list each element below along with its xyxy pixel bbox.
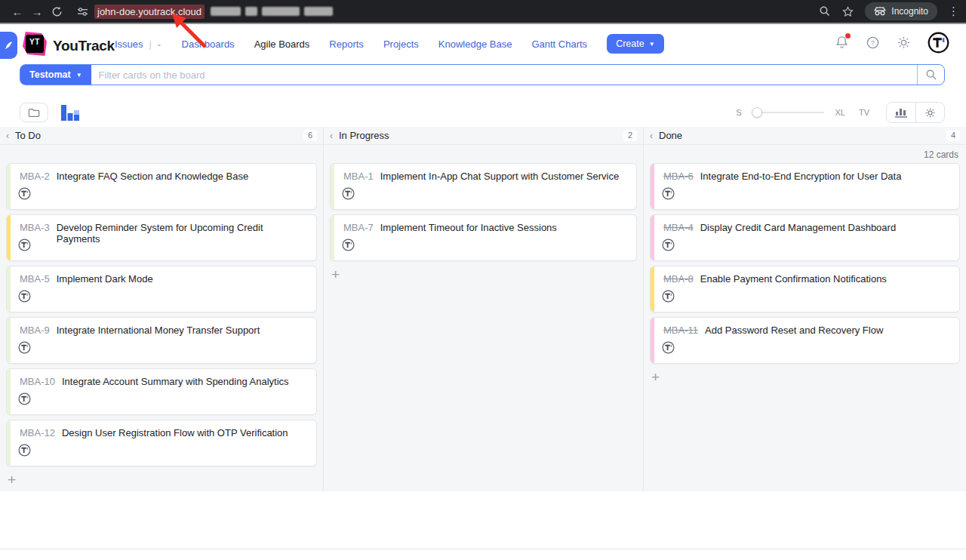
nav-item-issues[interactable]: Issues|⌄	[115, 38, 162, 50]
product-name[interactable]: YouTrack	[53, 38, 115, 54]
issue-id[interactable]: MBA-6	[663, 171, 694, 182]
nav-item-label: Projects	[383, 38, 419, 50]
card-assignee-avatar[interactable]	[662, 341, 675, 357]
notification-dot	[845, 33, 851, 38]
burndown-chart-button[interactable]	[887, 103, 915, 122]
cards-total-label: 12 cards	[924, 149, 958, 160]
collapse-column-icon[interactable]: ‹	[330, 131, 333, 140]
issue-card-mba-5[interactable]: MBA-5Implement Dark Mode	[6, 266, 317, 312]
issue-card-mba-8[interactable]: MBA-8Enable Payment Confirmation Notific…	[650, 266, 960, 312]
add-card-button[interactable]: +	[8, 472, 16, 487]
project-avatar-icon	[18, 444, 31, 457]
issue-id[interactable]: MBA-10	[20, 376, 55, 387]
notifications-bell-icon[interactable]	[835, 35, 849, 53]
url-text[interactable]: john-doe.youtrack.cloud	[94, 5, 205, 19]
extension-feather-tab[interactable]	[0, 32, 17, 59]
search-button[interactable]	[917, 65, 944, 85]
issue-id[interactable]: MBA-3	[20, 222, 50, 233]
card-size-slider[interactable]	[752, 107, 824, 118]
issue-card-mba-7[interactable]: MBA-7Implement Timeout for Inactive Sess…	[330, 214, 637, 261]
create-button[interactable]: Create▼	[607, 34, 663, 54]
tv-mode-button[interactable]: TV	[859, 108, 869, 117]
issue-title: Display Credit Card Management Dashboard	[700, 222, 896, 233]
issue-id[interactable]: MBA-5	[20, 273, 50, 285]
issue-card-mba-3[interactable]: MBA-3Develop Reminder System for Upcomin…	[6, 214, 317, 261]
chevron-down-icon[interactable]: ⌄	[156, 40, 162, 48]
browser-menu-icon[interactable]: ⋮	[948, 5, 958, 18]
column-chart-icon	[60, 103, 80, 122]
issue-id[interactable]: MBA-11	[663, 325, 698, 336]
nav-item-reports[interactable]: Reports	[329, 38, 364, 50]
project-avatar-icon	[18, 238, 31, 251]
collapse-column-icon[interactable]: ‹	[6, 131, 9, 140]
add-card-button[interactable]: +	[331, 267, 340, 282]
issue-card-mba-6[interactable]: MBA-6Integrate End-to-End Encryption for…	[650, 163, 960, 210]
issue-card-mba-11[interactable]: MBA-11Add Password Reset and Recovery Fl…	[650, 317, 960, 364]
issue-id[interactable]: MBA-7	[343, 222, 374, 233]
nav-item-projects[interactable]: Projects	[383, 38, 419, 50]
issue-card-mba-12[interactable]: MBA-12Design User Registration Flow with…	[6, 420, 317, 466]
card-assignee-avatar[interactable]	[18, 290, 31, 306]
issue-card-mba-1[interactable]: MBA-1Implement In-App Chat Support with …	[330, 163, 637, 210]
nav-item-label: Dashboards	[182, 38, 235, 50]
issue-card-mba-4[interactable]: MBA-4Display Credit Card Management Dash…	[650, 214, 960, 261]
sprint-folder-button[interactable]	[20, 103, 48, 122]
nav-item-dashboards[interactable]: Dashboards	[182, 38, 235, 50]
card-assignee-avatar[interactable]	[18, 341, 31, 357]
user-avatar[interactable]	[928, 32, 949, 57]
column-count-badge: 4	[946, 130, 960, 141]
card-assignee-avatar[interactable]	[18, 187, 31, 203]
chevron-down-icon: ▼	[649, 41, 655, 48]
bookmark-star-icon[interactable]	[841, 5, 854, 18]
issue-id[interactable]: MBA-12	[20, 427, 55, 438]
card-text-row: MBA-5Implement Dark Mode	[7, 266, 316, 285]
column-in-progress: MBA-1Implement In-App Chat Support with …	[323, 145, 643, 491]
card-assignee-avatar[interactable]	[662, 290, 675, 306]
card-assignee-avatar[interactable]	[18, 238, 31, 254]
card-size-max-label: XL	[835, 108, 844, 117]
gear-icon	[924, 107, 936, 118]
issue-id[interactable]: MBA-9	[20, 325, 50, 336]
site-settings-icon[interactable]	[77, 7, 88, 17]
card-assignee-avatar[interactable]	[18, 444, 31, 460]
address-bar[interactable]: john-doe.youtrack.cloud	[77, 5, 819, 19]
card-assignee-avatar[interactable]	[662, 187, 675, 203]
browser-back-icon[interactable]: ←	[8, 5, 27, 18]
card-assignee-avatar[interactable]	[342, 187, 355, 203]
nav-item-agile-boards[interactable]: Agile Boards	[254, 38, 310, 50]
issue-title: Design User Registration Flow with OTP V…	[62, 427, 288, 438]
filter-cards-input[interactable]	[91, 65, 917, 85]
card-text-row: MBA-2Integrate FAQ Section and Knowledge…	[7, 164, 316, 182]
nav-item-label: Reports	[329, 38, 364, 50]
card-assignee-avatar[interactable]	[662, 238, 675, 254]
board-settings-button[interactable]	[915, 103, 944, 122]
browser-reload-icon[interactable]	[47, 6, 66, 17]
nav-item-gantt-charts[interactable]: Gantt Charts	[531, 38, 587, 50]
settings-gear-icon[interactable]	[897, 35, 911, 53]
create-button-label: Create	[616, 38, 645, 49]
add-card-button[interactable]: +	[651, 370, 660, 384]
board-selector-dropdown[interactable]: Testomat ▼	[20, 65, 91, 85]
issue-title: Implement In-App Chat Support with Custo…	[380, 171, 619, 182]
help-icon[interactable]: ?	[866, 35, 880, 53]
card-text-row: MBA-11Add Password Reset and Recovery Fl…	[651, 318, 959, 336]
issue-id[interactable]: MBA-1	[343, 171, 374, 182]
issue-card-mba-2[interactable]: MBA-2Integrate FAQ Section and Knowledge…	[6, 163, 317, 210]
youtrack-logo[interactable]: YT	[23, 32, 47, 56]
issue-id[interactable]: MBA-2	[20, 171, 50, 182]
column-header-to-do: ‹To Do6	[0, 127, 323, 145]
card-assignee-avatar[interactable]	[342, 238, 355, 254]
issue-card-mba-10[interactable]: MBA-10Integrate Account Summary with Spe…	[6, 368, 317, 415]
browser-forward-icon[interactable]: →	[27, 5, 47, 18]
nav-item-knowledge-base[interactable]: Knowledge Base	[438, 38, 512, 50]
issue-id[interactable]: MBA-8	[663, 273, 694, 285]
collapse-column-icon[interactable]: ‹	[650, 131, 653, 140]
zoom-icon[interactable]	[819, 5, 831, 17]
swimlanes-chart-toggle[interactable]	[60, 103, 80, 122]
column-name: In Progress	[339, 130, 389, 141]
slider-knob[interactable]	[752, 107, 762, 118]
issue-card-mba-9[interactable]: MBA-9Integrate International Money Trans…	[6, 317, 317, 364]
card-assignee-avatar[interactable]	[18, 392, 31, 408]
project-avatar-icon	[662, 238, 675, 251]
issue-id[interactable]: MBA-4	[663, 222, 694, 233]
